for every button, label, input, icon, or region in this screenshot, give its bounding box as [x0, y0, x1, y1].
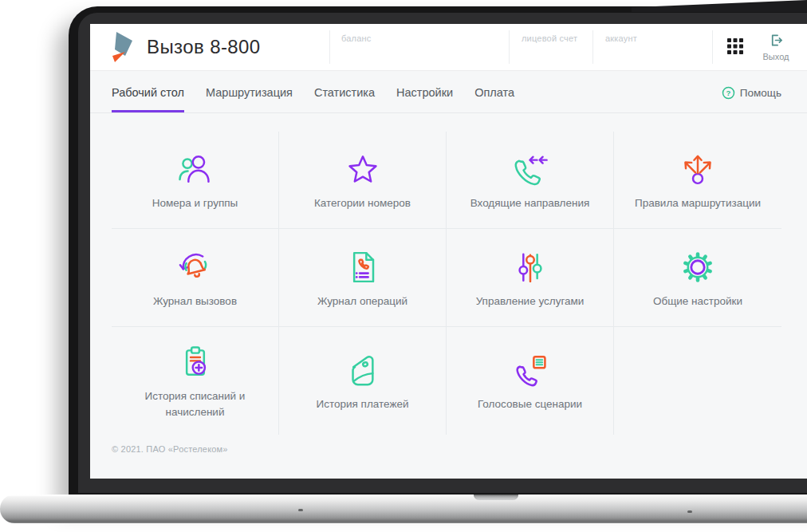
- tile-label: Категории номеров: [314, 195, 411, 211]
- laptop-base-dot: [298, 509, 303, 511]
- balance-field-label: баланс: [341, 33, 371, 43]
- tile-label: Управление услугами: [476, 294, 585, 309]
- tile-label: Журнал операций: [317, 294, 407, 309]
- logout-label: Выход: [754, 52, 798, 61]
- tile-services-management[interactable]: Управление услугами: [447, 229, 614, 327]
- tile-general-settings[interactable]: Общие настройки: [614, 229, 781, 327]
- tile-charges-history[interactable]: История списаний и начислений: [112, 327, 279, 435]
- tile-incoming-directions[interactable]: Входящие направления: [447, 132, 614, 229]
- users-icon: [175, 148, 216, 190]
- app-title: Вызов 8-800: [147, 31, 261, 63]
- tile-label: Общие настройки: [653, 294, 742, 309]
- tile-label: Номера и группы: [152, 195, 238, 211]
- gear-icon: [677, 246, 718, 288]
- empty-cell: [614, 327, 781, 435]
- tile-routing-rules[interactable]: Правила маршрутизации: [614, 132, 781, 229]
- header-divider: [509, 30, 510, 64]
- tile-label: Правила маршрутизации: [635, 195, 761, 211]
- sliders-icon: [510, 246, 551, 288]
- svg-text:?: ?: [726, 89, 730, 97]
- call-log-icon: [175, 246, 216, 288]
- star-icon: [342, 148, 384, 190]
- tile-label: Входящие направления: [470, 195, 590, 211]
- tile-number-categories[interactable]: Категории номеров: [279, 132, 447, 229]
- tile-label: История списаний и начислений: [121, 388, 269, 420]
- tab-payment[interactable]: Оплата: [474, 86, 514, 112]
- laptop-base-dot: [687, 510, 692, 513]
- help-link[interactable]: ? Помощь: [722, 86, 781, 112]
- payments-history-icon: [342, 349, 384, 391]
- laptop-latch-notch: [474, 495, 518, 500]
- apps-grid-icon: [726, 37, 744, 55]
- tile-voice-scenarios[interactable]: Голосовые сценарии: [447, 327, 614, 435]
- tile-operations-log[interactable]: Журнал операций: [279, 229, 447, 327]
- brand: Вызов 8-800: [109, 31, 261, 63]
- tile-numbers-groups[interactable]: Номера и группы: [112, 132, 279, 229]
- laptop-base: [0, 495, 807, 523]
- main-nav: Рабочий стол Маршрутизация Статистика На…: [90, 70, 807, 113]
- dashboard-grid: Номера и группы Категории номеров Входящ…: [112, 132, 781, 435]
- logout-button[interactable]: Выход: [754, 33, 798, 61]
- header-divider: [712, 30, 713, 64]
- tab-desktop[interactable]: Рабочий стол: [112, 86, 184, 112]
- voice-scenarios-icon: [510, 349, 551, 391]
- footer-copyright: © 2021. ПАО «Ростелеком»: [112, 444, 228, 454]
- logout-icon: [768, 33, 784, 48]
- laptop-mockup: Вызов 8-800 баланс лицевой счет аккаунт: [0, 0, 807, 532]
- tile-call-log[interactable]: Журнал вызовов: [112, 229, 279, 327]
- brand-logo: [109, 31, 136, 63]
- app-window: Вызов 8-800 баланс лицевой счет аккаунт: [90, 24, 807, 479]
- tile-label: Журнал вызовов: [153, 294, 237, 309]
- routing-icon: [677, 148, 718, 190]
- app-header: Вызов 8-800 баланс лицевой счет аккаунт: [90, 24, 807, 71]
- tile-label: История платежей: [317, 396, 409, 412]
- charges-history-icon: [175, 341, 216, 383]
- header-divider: [329, 30, 330, 64]
- incoming-call-icon: [510, 148, 551, 190]
- tile-label: Голосовые сценарии: [478, 396, 582, 412]
- operations-log-icon: [342, 246, 384, 288]
- tile-payments-history[interactable]: История платежей: [279, 327, 447, 435]
- tab-statistics[interactable]: Статистика: [314, 86, 375, 112]
- header-divider: [592, 30, 593, 64]
- apps-grid-button[interactable]: [726, 37, 745, 57]
- help-label: Помощь: [740, 87, 781, 99]
- help-icon: ?: [722, 86, 735, 100]
- tab-routing[interactable]: Маршрутизация: [206, 86, 293, 112]
- tab-settings[interactable]: Настройки: [396, 86, 453, 112]
- account-number-field-label: лицевой счет: [522, 33, 577, 43]
- account-field-label: аккаунт: [605, 33, 637, 43]
